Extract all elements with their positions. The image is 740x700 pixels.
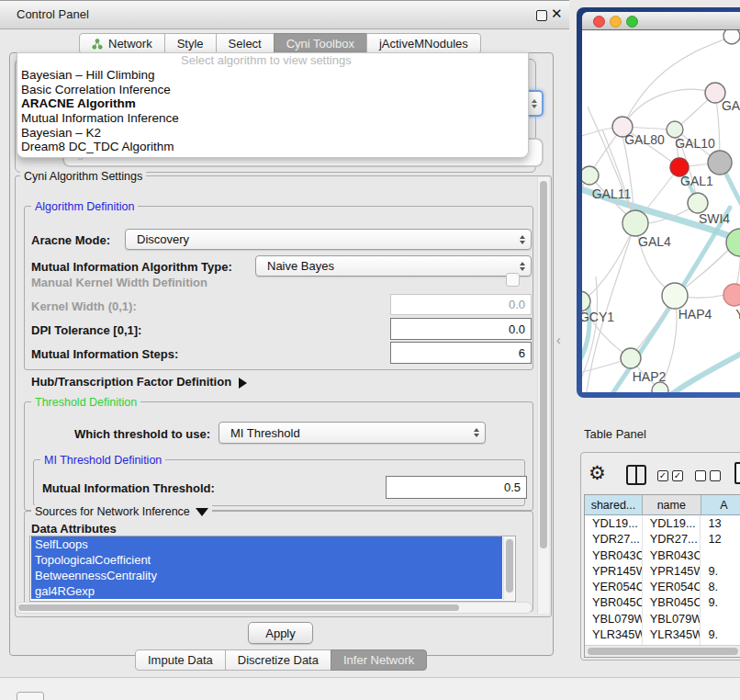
traffic-close-icon[interactable]	[593, 16, 605, 28]
dropdown-item-bayesian-k2[interactable]: Bayesian – K2	[17, 126, 528, 141]
kernel-width-field[interactable]: 0.0	[390, 294, 532, 315]
column-header-a[interactable]: A	[701, 495, 740, 515]
list-vertical-scrollbar[interactable]	[503, 537, 514, 600]
network-node-swi4[interactable]	[688, 193, 708, 213]
bottom-tabs: Impute DataDiscretize DataInfer Network	[135, 649, 427, 671]
dropdown-item-aracne-algorithm[interactable]: ARACNE Algorithm	[17, 96, 528, 111]
settings-vertical-scrollbar[interactable]	[537, 177, 549, 614]
column-header-shared[interactable]: shared...	[585, 495, 643, 515]
which-threshold-select[interactable]: MI Threshold	[219, 422, 486, 444]
network-node-y[interactable]	[723, 284, 740, 306]
settings-hscroll-thumb[interactable]	[18, 604, 459, 611]
network-edge	[586, 223, 635, 299]
table-hscroll-thumb[interactable]	[588, 648, 738, 655]
table-cell: 13	[701, 515, 740, 531]
tab-jactivemnodules[interactable]: jActiveMNodules	[366, 33, 481, 54]
traffic-zoom-icon[interactable]	[626, 16, 638, 28]
table-cell: YLR345W	[643, 627, 701, 642]
table-cell: YER054C	[643, 579, 701, 594]
mi-type-select[interactable]: Naive Bayes	[255, 255, 532, 277]
traffic-minimize-icon[interactable]	[610, 16, 622, 28]
table-cell: YLR345W	[585, 627, 643, 642]
table-cell: YDL19...	[643, 515, 701, 531]
dropdown-item-dream8-dc-tdc-algorithm[interactable]: Dream8 DC_TDC Algorithm	[17, 140, 528, 154]
dpi-tolerance-field[interactable]: 0.0	[390, 318, 532, 340]
checked-box-icon: ✓	[672, 470, 683, 481]
table-row[interactable]: YBR045CYBR045C9.	[585, 594, 740, 610]
network-node-unlabeled[interactable]	[723, 30, 740, 44]
table-row[interactable]: YER054CYER054C8.	[585, 579, 740, 594]
hub-definition-label: Hub/Transcription Factor Definition	[31, 375, 231, 389]
expand-right-icon	[239, 378, 247, 389]
dropdown-item-basic-correlation-inference[interactable]: Basic Correlation Inference	[17, 83, 528, 97]
network-icon	[92, 39, 103, 50]
tab-label: Style	[177, 37, 204, 51]
table-row[interactable]: YDL19...YDL19...13	[585, 515, 740, 531]
table-function-icon[interactable]	[734, 462, 740, 484]
network-node-hap2[interactable]	[621, 348, 641, 368]
attribute-item-betweennesscentrality[interactable]: BetweennessCentrality	[31, 568, 502, 583]
table-cell: YPR145W	[585, 563, 643, 579]
table-cell: YBL079W	[585, 611, 643, 627]
network-node-unlabeled[interactable]	[708, 151, 732, 175]
hub-definition-expander[interactable]: Hub/Transcription Factor Definition	[31, 375, 247, 389]
select-all-columns-icon[interactable]: ✓ ✓	[657, 470, 687, 481]
network-node-unlabeled[interactable]	[652, 382, 668, 392]
dropdown-item-bayesian-hill-climbing[interactable]: Bayesian – Hill Climbing	[17, 68, 528, 83]
network-canvas[interactable]: GALGAL80GAL10GAL1SWI4GAL11GAL4GCY1HAP4YH…	[582, 30, 740, 392]
tab-infer-network[interactable]: Infer Network	[331, 649, 427, 671]
table-row[interactable]: YPR145WYPR145W9.	[585, 563, 740, 579]
dropdown-item-mutual-information-inference[interactable]: Mutual Information Inference	[17, 111, 528, 126]
splitter-collapse-icon[interactable]: ‹	[556, 333, 561, 347]
deselect-all-columns-icon[interactable]	[695, 470, 724, 481]
which-threshold-value: MI Threshold	[230, 426, 300, 440]
float-window-icon[interactable]	[536, 10, 547, 21]
mi-threshold-field[interactable]: 0.5	[386, 476, 527, 499]
cyni-settings-title: Cyni Algorithm Settings	[20, 170, 146, 183]
tab-cyni-toolbox[interactable]: Cyni Toolbox	[274, 33, 367, 54]
table-row[interactable]: YDR27...YDR27...12	[585, 531, 740, 547]
network-edge	[622, 89, 715, 127]
table-row[interactable]: YBR043CYBR043C	[585, 548, 740, 563]
dropdown-items: Bayesian – Hill ClimbingBasic Correlatio…	[17, 68, 528, 154]
list-scrollbar-thumb[interactable]	[506, 539, 513, 593]
tab-select[interactable]: Select	[216, 33, 275, 54]
network-node-label: Y	[735, 307, 740, 322]
attribute-item-selfloops[interactable]: SelfLoops	[31, 536, 502, 552]
table-row[interactable]: YLR345WYLR345W9.	[585, 627, 740, 642]
tab-discretize-data[interactable]: Discretize Data	[225, 649, 331, 671]
apply-button[interactable]: Apply	[248, 622, 313, 644]
gear-icon[interactable]: ⚙	[589, 462, 606, 484]
minimized-panel-icon[interactable]	[17, 692, 44, 700]
table-cell: 9.	[701, 563, 740, 579]
column-header-name[interactable]: name	[643, 495, 701, 515]
tab-network[interactable]: Network	[79, 33, 165, 54]
control-panel-tabs: NetworkStyleSelectCyni ToolboxjActiveMNo…	[79, 33, 481, 54]
close-icon[interactable]: ✕	[551, 6, 563, 22]
settings-vscroll-thumb[interactable]	[540, 181, 547, 548]
table-panel-title: Table Panel	[584, 427, 646, 441]
table-row[interactable]: YBL079WYBL079W	[585, 611, 740, 627]
mi-threshold-title: MI Threshold Definition	[40, 454, 165, 467]
table-horizontal-scrollbar[interactable]	[585, 645, 740, 657]
sources-toggle[interactable]: Sources for Network Inference	[31, 505, 212, 518]
columns-icon[interactable]	[626, 465, 646, 485]
network-node-gal4[interactable]	[622, 210, 648, 236]
manual-kernel-checkbox[interactable]	[506, 273, 520, 287]
attribute-item-topologicalcoefficient[interactable]: TopologicalCoefficient	[31, 552, 502, 568]
network-node-hap4[interactable]	[662, 283, 688, 309]
network-window-titlebar[interactable]	[582, 12, 740, 30]
tab-style[interactable]: Style	[164, 33, 217, 54]
manual-kernel-label: Manual Kernel Width Definition	[31, 276, 207, 289]
tab-impute-data[interactable]: Impute Data	[135, 649, 226, 671]
table-cell: YDR27...	[585, 531, 643, 547]
kernel-width-label: Kernel Width (0,1):	[31, 299, 137, 313]
network-node-gal11[interactable]	[582, 166, 599, 185]
aracne-mode-select[interactable]: Discovery	[125, 229, 532, 250]
network-node-label: GAL1	[680, 174, 713, 188]
attribute-item-gal4rgexp[interactable]: gal4RGexp	[31, 583, 502, 599]
tab-label: Select	[229, 37, 262, 51]
network-node-label: GAL11	[592, 186, 632, 201]
settings-horizontal-scrollbar[interactable]	[16, 602, 533, 614]
mi-steps-field[interactable]: 6	[390, 342, 532, 364]
